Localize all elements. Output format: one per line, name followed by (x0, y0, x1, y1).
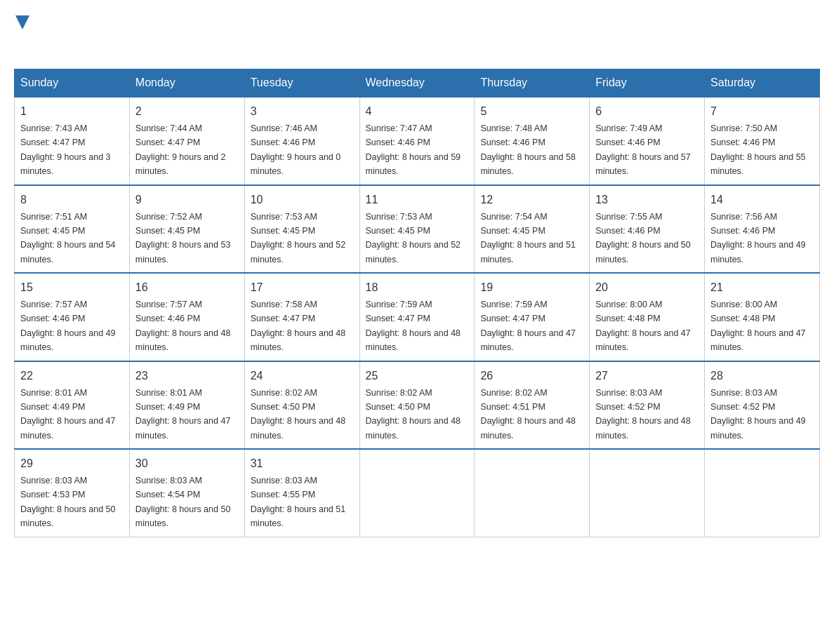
day-info: Sunrise: 7:59 AMSunset: 4:47 PMDaylight:… (480, 300, 576, 352)
calendar-cell (705, 449, 820, 537)
day-number: 13 (595, 192, 699, 208)
day-info: Sunrise: 8:02 AMSunset: 4:50 PMDaylight:… (251, 388, 346, 441)
day-info: Sunrise: 7:49 AMSunset: 4:46 PMDaylight:… (595, 123, 691, 176)
calendar-cell: 18Sunrise: 7:59 AMSunset: 4:47 PMDayligh… (359, 273, 475, 361)
calendar-cell: 19Sunrise: 7:59 AMSunset: 4:47 PMDayligh… (475, 273, 590, 361)
day-info: Sunrise: 7:58 AMSunset: 4:47 PMDaylight:… (251, 300, 346, 352)
day-number: 5 (480, 103, 583, 120)
calendar-cell: 11Sunrise: 7:53 AMSunset: 4:45 PMDayligh… (359, 185, 475, 274)
calendar-cell: 22Sunrise: 8:01 AMSunset: 4:49 PMDayligh… (15, 361, 130, 450)
weekday-header-tuesday: Tuesday (244, 69, 359, 98)
week-row-5: 29Sunrise: 8:03 AMSunset: 4:53 PMDayligh… (15, 449, 820, 537)
weekday-header-friday: Friday (590, 69, 705, 98)
day-info: Sunrise: 7:55 AMSunset: 4:46 PMDaylight:… (595, 212, 691, 264)
calendar-cell: 4Sunrise: 7:47 AMSunset: 4:46 PMDaylight… (359, 97, 475, 185)
calendar-table: SundayMondayTuesdayWednesdayThursdayFrid… (14, 69, 820, 537)
day-info: Sunrise: 7:50 AMSunset: 4:46 PMDaylight:… (710, 123, 806, 176)
day-info: Sunrise: 8:03 AMSunset: 4:53 PMDaylight:… (20, 476, 116, 528)
day-number: 8 (20, 192, 124, 208)
day-number: 7 (710, 103, 814, 120)
day-number: 23 (135, 368, 239, 384)
day-number: 11 (366, 192, 469, 208)
weekday-header-saturday: Saturday (705, 69, 820, 98)
calendar-cell: 21Sunrise: 8:00 AMSunset: 4:48 PMDayligh… (705, 273, 820, 361)
day-info: Sunrise: 8:01 AMSunset: 4:49 PMDaylight:… (20, 388, 116, 441)
week-row-1: 1Sunrise: 7:43 AMSunset: 4:47 PMDaylight… (15, 97, 820, 185)
day-number: 16 (135, 279, 239, 296)
day-number: 3 (251, 103, 354, 120)
day-info: Sunrise: 7:53 AMSunset: 4:45 PMDaylight:… (366, 212, 461, 264)
day-info: Sunrise: 7:52 AMSunset: 4:45 PMDaylight:… (135, 212, 231, 264)
calendar-cell: 8Sunrise: 7:51 AMSunset: 4:45 PMDaylight… (15, 185, 130, 274)
calendar-cell: 23Sunrise: 8:01 AMSunset: 4:49 PMDayligh… (129, 361, 244, 450)
day-number: 24 (251, 368, 354, 384)
day-info: Sunrise: 8:03 AMSunset: 4:52 PMDaylight:… (710, 388, 806, 441)
calendar-cell: 10Sunrise: 7:53 AMSunset: 4:45 PMDayligh… (244, 185, 359, 274)
calendar-cell: 6Sunrise: 7:49 AMSunset: 4:46 PMDaylight… (590, 97, 705, 185)
day-info: Sunrise: 8:00 AMSunset: 4:48 PMDaylight:… (710, 300, 806, 352)
day-number: 25 (366, 368, 469, 384)
day-number: 26 (480, 368, 583, 384)
logo (14, 14, 29, 55)
calendar-cell: 31Sunrise: 8:03 AMSunset: 4:55 PMDayligh… (244, 449, 359, 537)
day-number: 12 (480, 192, 583, 208)
day-number: 10 (251, 192, 354, 208)
day-number: 1 (20, 103, 124, 120)
calendar-cell: 12Sunrise: 7:54 AMSunset: 4:45 PMDayligh… (475, 185, 590, 274)
day-info: Sunrise: 8:01 AMSunset: 4:49 PMDaylight:… (135, 388, 231, 441)
weekday-header-row: SundayMondayTuesdayWednesdayThursdayFrid… (15, 69, 820, 98)
week-row-2: 8Sunrise: 7:51 AMSunset: 4:45 PMDaylight… (15, 185, 820, 274)
day-number: 9 (135, 192, 239, 208)
day-number: 2 (135, 103, 239, 120)
calendar-cell: 2Sunrise: 7:44 AMSunset: 4:47 PMDaylight… (129, 97, 244, 185)
calendar-cell (590, 449, 705, 537)
day-info: Sunrise: 7:56 AMSunset: 4:46 PMDaylight:… (710, 212, 806, 264)
day-number: 17 (251, 279, 354, 296)
day-info: Sunrise: 8:03 AMSunset: 4:54 PMDaylight:… (135, 476, 231, 528)
day-info: Sunrise: 7:51 AMSunset: 4:45 PMDaylight:… (20, 212, 116, 264)
weekday-header-sunday: Sunday (15, 69, 130, 98)
calendar-cell: 17Sunrise: 7:58 AMSunset: 4:47 PMDayligh… (244, 273, 359, 361)
day-info: Sunrise: 7:57 AMSunset: 4:46 PMDaylight:… (135, 300, 231, 352)
calendar-cell: 3Sunrise: 7:46 AMSunset: 4:46 PMDaylight… (244, 97, 359, 185)
day-info: Sunrise: 8:03 AMSunset: 4:52 PMDaylight:… (595, 388, 691, 441)
calendar-cell: 7Sunrise: 7:50 AMSunset: 4:46 PMDaylight… (705, 97, 820, 185)
weekday-header-wednesday: Wednesday (359, 69, 475, 98)
day-number: 20 (595, 279, 699, 296)
weekday-header-thursday: Thursday (475, 69, 590, 98)
calendar-cell: 30Sunrise: 8:03 AMSunset: 4:54 PMDayligh… (129, 449, 244, 537)
calendar-cell: 15Sunrise: 7:57 AMSunset: 4:46 PMDayligh… (15, 273, 130, 361)
day-number: 4 (366, 103, 469, 120)
day-number: 15 (20, 279, 124, 296)
day-number: 27 (595, 368, 699, 384)
calendar-cell: 1Sunrise: 7:43 AMSunset: 4:47 PMDaylight… (15, 97, 130, 185)
day-number: 14 (710, 192, 814, 208)
day-number: 19 (480, 279, 583, 296)
day-number: 18 (366, 279, 469, 296)
day-number: 28 (710, 368, 814, 384)
day-info: Sunrise: 8:02 AMSunset: 4:50 PMDaylight:… (366, 388, 461, 441)
calendar-cell: 5Sunrise: 7:48 AMSunset: 4:46 PMDaylight… (475, 97, 590, 185)
day-info: Sunrise: 7:43 AMSunset: 4:47 PMDaylight:… (20, 123, 111, 176)
day-number: 6 (595, 103, 699, 120)
calendar-cell: 26Sunrise: 8:02 AMSunset: 4:51 PMDayligh… (475, 361, 590, 450)
weekday-header-monday: Monday (129, 69, 244, 98)
calendar-cell: 20Sunrise: 8:00 AMSunset: 4:48 PMDayligh… (590, 273, 705, 361)
week-row-4: 22Sunrise: 8:01 AMSunset: 4:49 PMDayligh… (15, 361, 820, 450)
day-info: Sunrise: 7:47 AMSunset: 4:46 PMDaylight:… (366, 123, 461, 176)
day-number: 21 (710, 279, 814, 296)
calendar-cell: 9Sunrise: 7:52 AMSunset: 4:45 PMDaylight… (129, 185, 244, 274)
day-number: 30 (135, 455, 239, 472)
calendar-cell: 16Sunrise: 7:57 AMSunset: 4:46 PMDayligh… (129, 273, 244, 361)
day-info: Sunrise: 8:02 AMSunset: 4:51 PMDaylight:… (480, 388, 576, 441)
day-info: Sunrise: 7:57 AMSunset: 4:46 PMDaylight:… (20, 300, 116, 352)
day-info: Sunrise: 8:00 AMSunset: 4:48 PMDaylight:… (595, 300, 691, 352)
day-info: Sunrise: 7:54 AMSunset: 4:45 PMDaylight:… (480, 212, 576, 264)
logo-arrow-icon (15, 15, 29, 31)
day-info: Sunrise: 7:44 AMSunset: 4:47 PMDaylight:… (135, 123, 226, 176)
page-header (14, 14, 820, 55)
day-info: Sunrise: 7:48 AMSunset: 4:46 PMDaylight:… (480, 123, 576, 176)
day-info: Sunrise: 7:53 AMSunset: 4:45 PMDaylight:… (251, 212, 346, 264)
day-info: Sunrise: 7:46 AMSunset: 4:46 PMDaylight:… (251, 123, 341, 176)
day-number: 31 (251, 455, 354, 472)
